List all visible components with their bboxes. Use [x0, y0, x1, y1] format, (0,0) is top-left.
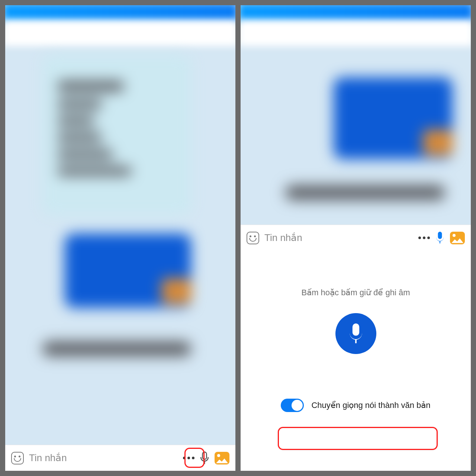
svg-rect-0 [203, 452, 207, 459]
svg-rect-2 [438, 232, 442, 239]
svg-rect-3 [352, 324, 359, 336]
image-icon[interactable] [215, 452, 229, 464]
screenshot-left: Tin nhắn [5, 5, 235, 471]
microphone-icon-active[interactable] [435, 231, 445, 244]
image-icon[interactable] [450, 232, 465, 244]
chat-area-blur [5, 44, 235, 438]
microphone-icon[interactable] [200, 451, 209, 464]
message-input[interactable]: Tin nhắn [29, 452, 178, 464]
more-icon[interactable] [418, 237, 430, 239]
sticker-icon[interactable] [11, 452, 24, 464]
speech-to-text-row: Chuyển giọng nói thành văn bản [271, 395, 440, 416]
sticker-icon[interactable] [247, 232, 259, 244]
message-input-bar: Tin nhắn [241, 225, 471, 251]
message-input[interactable]: Tin nhắn [264, 232, 413, 244]
microphone-icon [348, 323, 364, 345]
message-input-bar: Tin nhắn [5, 445, 235, 471]
speech-to-text-label: Chuyển giọng nói thành văn bản [311, 401, 430, 410]
screenshot-right: Tin nhắn Bấm hoặc bấm giữ để ghi âm Chuy… [241, 5, 471, 471]
chat-area-blur [241, 44, 471, 219]
nav-blur [5, 20, 235, 46]
voice-panel: Bấm hoặc bấm giữ để ghi âm Chuyển giọng … [241, 251, 471, 471]
more-icon[interactable] [183, 457, 194, 459]
speech-to-text-toggle[interactable] [281, 399, 304, 412]
record-button[interactable] [335, 313, 376, 354]
nav-blur [241, 20, 471, 46]
voice-hint-text: Bấm hoặc bấm giữ để ghi âm [302, 288, 410, 298]
